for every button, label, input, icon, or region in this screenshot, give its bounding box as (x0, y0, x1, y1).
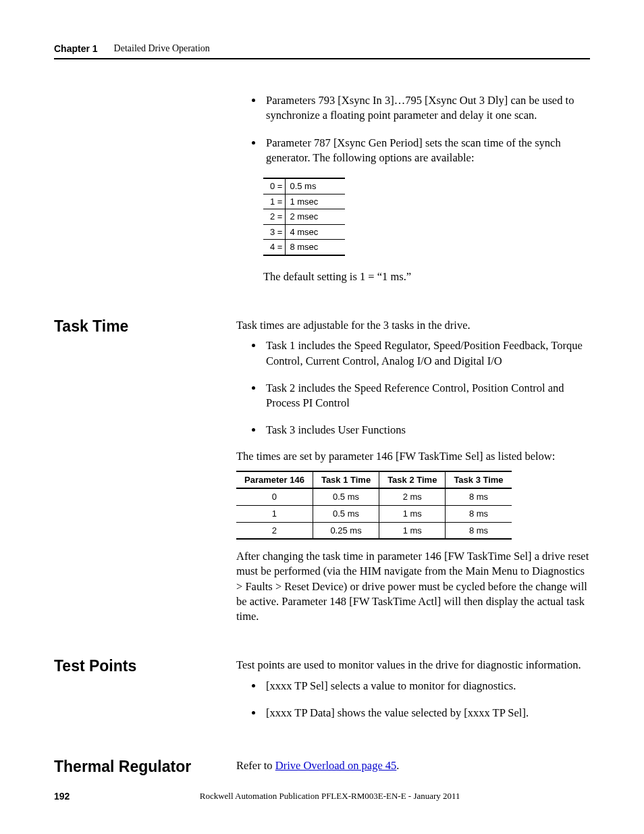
table-row: 2 0.25 ms 1 ms 8 ms (236, 522, 512, 539)
table-row: 1 0.5 ms 1 ms 8 ms (236, 506, 512, 523)
section-task-time: Task Time Task times are adjustable for … (54, 318, 590, 624)
cell: 0.5 ms (313, 506, 379, 523)
cell: 1 ms (379, 506, 446, 523)
list-item: [xxxx TP Data] shows the value selected … (263, 706, 590, 721)
top-bullets: Parameters 793 [Xsync In 3]…795 [Xsync O… (236, 93, 590, 165)
cell: 0 (236, 488, 313, 505)
cell: 2 ms (379, 488, 446, 505)
page-number: 192 (54, 791, 70, 802)
cell: 8 ms (446, 488, 512, 505)
col-header: Task 3 Time (446, 471, 512, 489)
default-note: The default setting is 1 = “1 ms.” (263, 269, 590, 284)
heading-test-points: Test Points (54, 658, 236, 733)
cell: 2 (236, 522, 313, 539)
options-table: 0 =0.5 ms 1 =1 msec 2 =2 msec 3 =4 msec … (263, 178, 345, 256)
opt-key: 1 = (263, 194, 286, 209)
test-points-intro: Test points are used to monitor values i… (236, 658, 590, 673)
page-header: Chapter 1 Detailed Drive Operation (54, 43, 590, 59)
opt-key: 4 = (263, 240, 286, 255)
test-points-bullets: [xxxx TP Sel] selects a value to monitor… (236, 679, 590, 721)
col-header: Parameter 146 (236, 471, 313, 489)
task-time-bullets: Task 1 includes the Speed Regulator, Spe… (236, 338, 590, 438)
cell: 8 ms (446, 506, 512, 523)
opt-val: 2 msec (286, 209, 345, 225)
opt-key: 3 = (263, 224, 286, 240)
opt-key: 2 = (263, 209, 286, 225)
heading-task-time: Task Time (54, 318, 236, 624)
list-item: Task 1 includes the Speed Regulator, Spe… (263, 338, 590, 369)
param-table: Parameter 146 Task 1 Time Task 2 Time Ta… (236, 471, 512, 540)
task-time-after: After changing the task time in paramete… (236, 549, 590, 624)
drive-overload-link[interactable]: Drive Overload on page 45 (275, 759, 397, 772)
chapter-title: Detailed Drive Operation (114, 43, 210, 54)
page-footer: 192 Rockwell Automation Publication PFLE… (54, 791, 590, 802)
cell: 8 ms (446, 522, 512, 539)
cell: 0.5 ms (313, 488, 379, 505)
list-item: Parameter 787 [Xsync Gen Period] sets th… (263, 136, 590, 166)
opt-val: 4 msec (286, 224, 345, 240)
table-intro: The times are set by parameter 146 [FW T… (236, 449, 590, 464)
section-thermal: Thermal Regulator Refer to Drive Overloa… (54, 758, 590, 775)
heading-thermal: Thermal Regulator (54, 758, 236, 775)
opt-val: 0.5 ms (286, 178, 345, 194)
publication-info: Rockwell Automation Publication PFLEX-RM… (70, 791, 590, 802)
list-item: Parameters 793 [Xsync In 3]…795 [Xsync O… (263, 93, 590, 124)
chapter-label: Chapter 1 (54, 43, 98, 54)
list-item: [xxxx TP Sel] selects a value to monitor… (263, 679, 590, 694)
task-time-intro: Task times are adjustable for the 3 task… (236, 318, 590, 333)
opt-val: 1 msec (286, 194, 345, 209)
list-item: Task 3 includes User Functions (263, 423, 590, 438)
section-test-points: Test Points Test points are used to moni… (54, 658, 590, 733)
cell: 0.25 ms (313, 522, 379, 539)
thermal-text-after: . (396, 759, 399, 772)
cell: 1 ms (379, 522, 446, 539)
opt-val: 8 msec (286, 240, 345, 255)
page-content: Parameters 793 [Xsync In 3]…795 [Xsync O… (54, 88, 590, 776)
thermal-text-before: Refer to (236, 759, 275, 772)
cell: 1 (236, 506, 313, 523)
opt-key: 0 = (263, 178, 286, 194)
list-item: Task 2 includes the Speed Reference Cont… (263, 381, 590, 411)
col-header: Task 2 Time (379, 471, 446, 489)
table-row: 0 0.5 ms 2 ms 8 ms (236, 488, 512, 505)
col-header: Task 1 Time (313, 471, 379, 489)
